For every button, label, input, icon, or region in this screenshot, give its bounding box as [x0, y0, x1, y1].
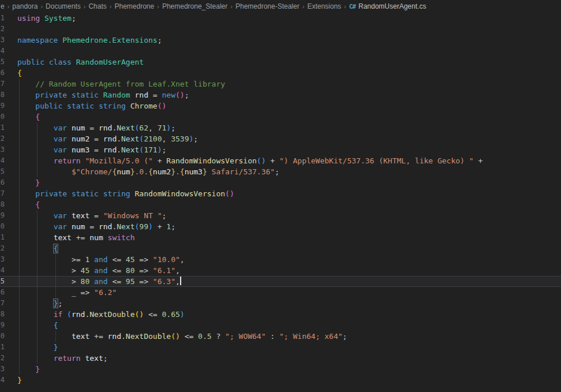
- code-line[interactable]: 9 public static string Chrome(): [0, 100, 561, 111]
- code-line[interactable]: 8 private static Random rnd = new();: [0, 89, 561, 100]
- breadcrumb-item[interactable]: Extensions: [307, 2, 341, 10]
- code-line[interactable]: 1using System;: [0, 13, 561, 24]
- line-number[interactable]: 1: [0, 13, 5, 24]
- code-line[interactable]: 30 text += rnd.NextDouble() <= 0.5 ? "; …: [0, 331, 561, 342]
- line-number[interactable]: 32: [0, 353, 5, 364]
- code-line[interactable]: 20 var num = rnd.Next(99) + 1;: [0, 221, 561, 232]
- line-number[interactable]: 13: [0, 144, 5, 155]
- code-token: ;: [158, 36, 162, 44]
- code-line[interactable]: 11 var num = rnd.Next(62, 71);: [0, 122, 561, 133]
- breadcrumb-item[interactable]: Phemedrone-Stealer: [235, 2, 300, 10]
- code-line[interactable]: 33 }: [0, 364, 561, 375]
- line-number[interactable]: 14: [0, 155, 5, 166]
- code-token: NextDouble: [126, 332, 171, 341]
- code-token: RandomWindowsVersion: [166, 156, 257, 165]
- line-number[interactable]: 5: [0, 57, 5, 68]
- code-line[interactable]: 4: [0, 46, 561, 57]
- code-token: ;: [58, 299, 62, 308]
- code-line[interactable]: 28 if (rnd.NextDouble() <= 0.65): [0, 309, 561, 320]
- line-number[interactable]: 10: [0, 111, 5, 122]
- breadcrumb-file[interactable]: C#RandomUserAgent.cs: [349, 2, 427, 10]
- line-number[interactable]: 4: [0, 46, 5, 57]
- code-line[interactable]: 23 >= 1 and <= 45 => "10.0",: [0, 254, 561, 265]
- code-token: num3: [185, 167, 203, 176]
- code-token: [67, 211, 72, 220]
- code-line[interactable]: 15 $"Chrome/{num}.0.{num2}.{num3} Safari…: [0, 166, 561, 177]
- code-line[interactable]: 3namespace Phemedrone.Extensions;: [0, 35, 561, 46]
- line-number[interactable]: 30: [0, 331, 5, 342]
- code-line[interactable]: 6{: [0, 68, 561, 79]
- line-number[interactable]: 28: [0, 309, 5, 320]
- line-number[interactable]: 8: [0, 89, 5, 100]
- line-number[interactable]: 31: [0, 342, 5, 353]
- line-number[interactable]: 33: [0, 364, 5, 375]
- line-number[interactable]: 27: [0, 298, 5, 309]
- line-number[interactable]: 29: [0, 320, 5, 331]
- line-number[interactable]: 18: [0, 199, 5, 210]
- code-line[interactable]: 5public class RandomUserAgent: [0, 57, 561, 68]
- code-token: Random: [103, 91, 130, 99]
- code-token: =: [153, 91, 158, 99]
- line-number[interactable]: 6: [0, 68, 5, 79]
- breadcrumb-separator: ›: [7, 3, 10, 10]
- line-number[interactable]: 2: [0, 24, 5, 35]
- line-number[interactable]: 23: [0, 254, 5, 265]
- code-line[interactable]: 24 > 45 and <= 80 => "6.1",: [0, 265, 561, 276]
- code-line[interactable]: 34}: [0, 375, 561, 386]
- line-number[interactable]: 20: [0, 221, 5, 232]
- code-editor[interactable]: 1using System;23namespace Phemedrone.Ext…: [0, 13, 561, 392]
- code-token: =: [89, 124, 94, 132]
- breadcrumb-item[interactable]: Documents: [46, 2, 81, 10]
- code-line[interactable]: 21 text += num switch: [0, 232, 561, 243]
- code-token: [99, 145, 103, 154]
- line-number[interactable]: 25: [0, 277, 5, 286]
- code-token: private: [35, 189, 67, 198]
- code-token: ") AppleWebKit/537.36 (KHTML, like Gecko…: [279, 156, 474, 165]
- breadcrumb-item[interactable]: e: [1, 2, 5, 10]
- code-line[interactable]: 31 }: [0, 342, 561, 353]
- code-token: num: [89, 233, 103, 242]
- line-number[interactable]: 22: [0, 243, 5, 254]
- line-number[interactable]: 19: [0, 210, 5, 221]
- code-line[interactable]: 29 {: [0, 320, 561, 331]
- code-line[interactable]: 25 > 80 and <= 95 => "6.3",: [0, 276, 561, 287]
- breadcrumb-item[interactable]: Phemedrone: [114, 2, 154, 10]
- line-number[interactable]: 12: [0, 133, 5, 144]
- code-area[interactable]: 1using System;23namespace Phemedrone.Ext…: [0, 13, 561, 386]
- code-token: =: [94, 145, 99, 154]
- code-line[interactable]: 16 }: [0, 177, 561, 188]
- line-number[interactable]: 26: [0, 287, 5, 298]
- breadcrumb-item[interactable]: Phemedrone_Stealer: [162, 2, 227, 10]
- line-number[interactable]: 3: [0, 35, 5, 46]
- code-line[interactable]: 7 // Random UserAgent from Leaf.Xnet lib…: [0, 79, 561, 89]
- code-line[interactable]: 22 {: [0, 243, 561, 254]
- line-number[interactable]: 7: [0, 79, 5, 89]
- line-number[interactable]: 34: [0, 375, 5, 386]
- line-number[interactable]: 11: [0, 122, 5, 133]
- code-token: (): [175, 91, 185, 99]
- code-token: [76, 277, 81, 286]
- code-line[interactable]: 10 {: [0, 111, 561, 122]
- line-number[interactable]: 21: [0, 232, 5, 243]
- line-number[interactable]: 16: [0, 177, 5, 188]
- code-token: 45: [81, 266, 90, 275]
- line-number[interactable]: 15: [0, 166, 5, 177]
- line-number[interactable]: 24: [0, 265, 5, 276]
- code-line[interactable]: 17 private static string RandomWindowsVe…: [0, 188, 561, 199]
- line-number[interactable]: 17: [0, 188, 5, 199]
- breadcrumb-item[interactable]: pandora: [12, 2, 38, 10]
- code-line[interactable]: 26 _ => "6.2": [0, 287, 561, 298]
- code-line[interactable]: 2: [0, 24, 561, 35]
- code-line[interactable]: 32 return text;: [0, 353, 561, 364]
- code-line[interactable]: 13 var num3 = rnd.Next(171);: [0, 144, 561, 155]
- code-line[interactable]: 27 };: [0, 298, 561, 309]
- code-line[interactable]: 12 var num2 = rnd.Next(2100, 3539);: [0, 133, 561, 144]
- breadcrumb: e›pandora›Documents›Chats›Phemedrone›Phe…: [0, 0, 561, 13]
- code-line[interactable]: 18 {: [0, 199, 561, 210]
- line-number[interactable]: 9: [0, 100, 5, 111]
- code-line[interactable]: 14 return "Mozilla/5.0 (" + RandomWindow…: [0, 155, 561, 166]
- code-line[interactable]: 19 var text = "Windows NT ";: [0, 210, 561, 221]
- code-token: {: [35, 200, 40, 209]
- breadcrumb-item[interactable]: Chats: [88, 2, 106, 10]
- code-token: Next: [121, 145, 139, 154]
